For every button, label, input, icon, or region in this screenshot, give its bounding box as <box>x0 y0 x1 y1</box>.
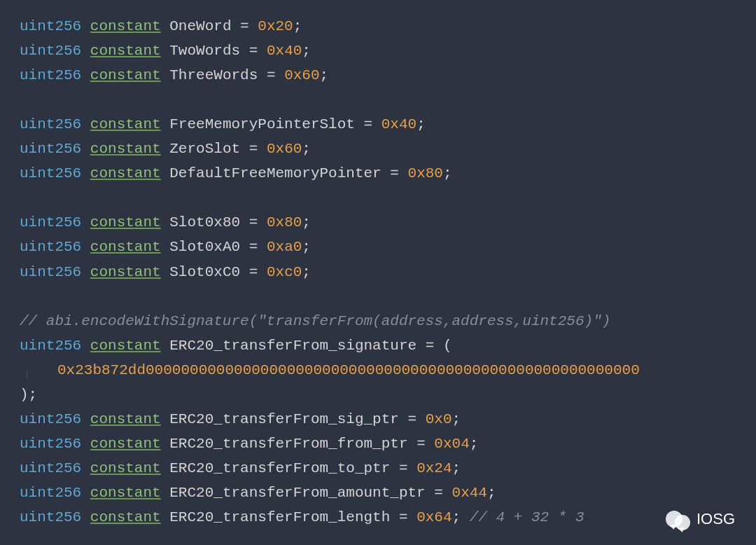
trailing-comment: // 4 + 32 * 3 <box>461 509 593 525</box>
type-keyword: uint256 <box>20 214 81 230</box>
hex-literal: 0x40 <box>267 43 302 59</box>
equals-op: = <box>249 43 258 59</box>
constant-keyword: constant <box>90 116 161 132</box>
code-line: uint256 constant TwoWords = 0x40; <box>20 39 756 63</box>
semicolon: ; <box>452 411 461 427</box>
constant-keyword: constant <box>90 509 161 525</box>
code-line: uint256 constant ERC20_transferFrom_from… <box>20 432 756 456</box>
code-line: uint256 constant DefaultFreeMemoryPointe… <box>20 161 756 186</box>
constant-keyword: constant <box>90 485 161 501</box>
code-line: uint256 constant Slot0x80 = 0x80; <box>20 210 756 235</box>
wechat-icon <box>666 509 690 530</box>
constant-keyword: constant <box>90 18 161 34</box>
semicolon: ; <box>452 509 461 525</box>
equals-op: = <box>249 214 258 230</box>
code-line: uint256 constant ERC20_transferFrom_sig_… <box>20 407 756 432</box>
equals-op: = <box>399 460 408 476</box>
hex-literal: 0xa0 <box>267 239 302 255</box>
constant-keyword: constant <box>90 214 161 230</box>
type-keyword: uint256 <box>20 436 81 452</box>
equals-op: = <box>399 509 408 525</box>
semicolon: ; <box>302 43 311 59</box>
constant-keyword: constant <box>90 141 161 157</box>
semicolon: ; <box>416 116 426 132</box>
equals-op: = <box>390 165 399 181</box>
semicolon: ; <box>470 436 479 452</box>
code-line: uint256 constant ERC20_transferFrom_sign… <box>20 333 756 358</box>
code-line: uint256 constant ERC20_transferFrom_leng… <box>20 505 756 530</box>
hex-literal: 0x60 <box>284 67 319 83</box>
semicolon: ; <box>487 485 496 501</box>
constant-keyword: constant <box>90 67 161 83</box>
equals-op: = <box>240 18 249 34</box>
equals-op: = <box>426 338 435 354</box>
code-block: uint256 constant OneWord = 0x20;uint256 … <box>20 14 756 530</box>
watermark-label: IOSG <box>696 506 735 532</box>
type-keyword: uint256 <box>20 485 81 501</box>
hex-literal: 0x80 <box>408 165 443 181</box>
identifier: ERC20_transferFrom_sig_ptr <box>169 411 399 427</box>
hex-literal: 0x80 <box>267 214 302 230</box>
identifier: ERC20_transferFrom_amount_ptr <box>169 485 425 501</box>
semicolon: ; <box>293 18 302 34</box>
identifier: DefaultFreeMemoryPointer <box>169 165 381 181</box>
code-line: // abi.encodeWithSignature("transferFrom… <box>20 309 756 333</box>
code-line <box>20 88 756 112</box>
equals-op: = <box>249 141 258 157</box>
semicolon: ; <box>302 264 311 280</box>
code-line <box>20 186 756 210</box>
type-keyword: uint256 <box>20 509 81 525</box>
identifier: Slot0xA0 <box>169 239 240 255</box>
type-keyword: uint256 <box>20 43 81 59</box>
constant-keyword: constant <box>90 264 161 280</box>
type-keyword: uint256 <box>20 264 81 280</box>
code-line: uint256 constant ZeroSlot = 0x60; <box>20 137 756 161</box>
equals-op: = <box>408 411 417 427</box>
semicolon: ; <box>302 141 311 157</box>
equals-op: = <box>249 264 258 280</box>
type-keyword: uint256 <box>20 411 81 427</box>
equals-op: = <box>249 239 258 255</box>
constant-keyword: constant <box>90 165 161 181</box>
identifier: TwoWords <box>169 43 240 59</box>
type-keyword: uint256 <box>20 141 81 157</box>
semicolon: ; <box>452 460 461 476</box>
watermark: IOSG <box>666 506 735 532</box>
hex-literal: 0xc0 <box>267 264 302 280</box>
type-keyword: uint256 <box>20 18 81 34</box>
identifier: ERC20_transferFrom_signature <box>169 338 416 354</box>
code-line: uint256 constant OneWord = 0x20; <box>20 14 756 39</box>
type-keyword: uint256 <box>20 338 81 354</box>
comment: // abi.encodeWithSignature("transferFrom… <box>20 313 610 329</box>
hex-literal: 0x44 <box>452 485 487 501</box>
hex-literal: 0x04 <box>434 436 469 452</box>
close-paren: ) <box>20 387 29 403</box>
identifier: Slot0x80 <box>169 214 240 230</box>
semicolon: ; <box>443 165 452 181</box>
hex-literal: 0x24 <box>416 460 451 476</box>
identifier: OneWord <box>169 18 231 34</box>
type-keyword: uint256 <box>20 239 81 255</box>
open-paren: ( <box>443 338 452 354</box>
equals-op: = <box>434 485 443 501</box>
type-keyword: uint256 <box>20 460 81 476</box>
semicolon: ; <box>302 239 311 255</box>
equals-op: = <box>267 67 276 83</box>
identifier: ERC20_transferFrom_from_ptr <box>169 436 407 452</box>
type-keyword: uint256 <box>20 116 81 132</box>
semicolon: ; <box>320 67 329 83</box>
semicolon: ; <box>302 214 311 230</box>
identifier: ThreeWords <box>169 67 258 83</box>
code-line: uint256 constant FreeMemoryPointerSlot =… <box>20 112 756 137</box>
hex-literal: 0x0 <box>426 411 452 427</box>
hex-literal: 0x60 <box>267 141 302 157</box>
code-line: uint256 constant Slot0xC0 = 0xc0; <box>20 260 756 284</box>
identifier: FreeMemoryPointerSlot <box>169 116 355 132</box>
identifier: Slot0xC0 <box>169 264 240 280</box>
code-line: uint256 constant ERC20_transferFrom_amou… <box>20 481 756 505</box>
code-line: uint256 constant ERC20_transferFrom_to_p… <box>20 456 756 481</box>
hex-literal: 0x20 <box>258 18 293 34</box>
constant-keyword: constant <box>90 43 161 59</box>
code-line: 0x23b872dd000000000000000000000000000000… <box>20 358 756 382</box>
constant-keyword: constant <box>90 460 161 476</box>
